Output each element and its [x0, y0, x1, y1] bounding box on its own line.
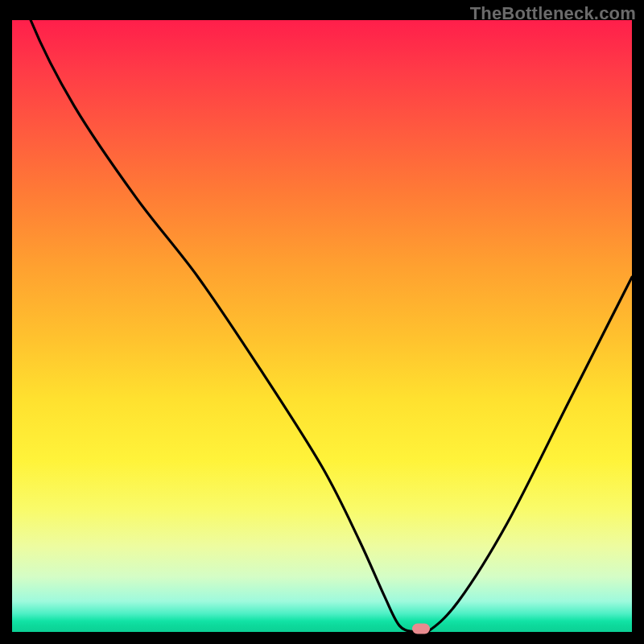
chart-frame: TheBottleneck.com [0, 0, 644, 644]
watermark-text: TheBottleneck.com [470, 3, 636, 24]
optimal-point-marker [412, 624, 430, 634]
gradient-plot-area [12, 20, 632, 632]
